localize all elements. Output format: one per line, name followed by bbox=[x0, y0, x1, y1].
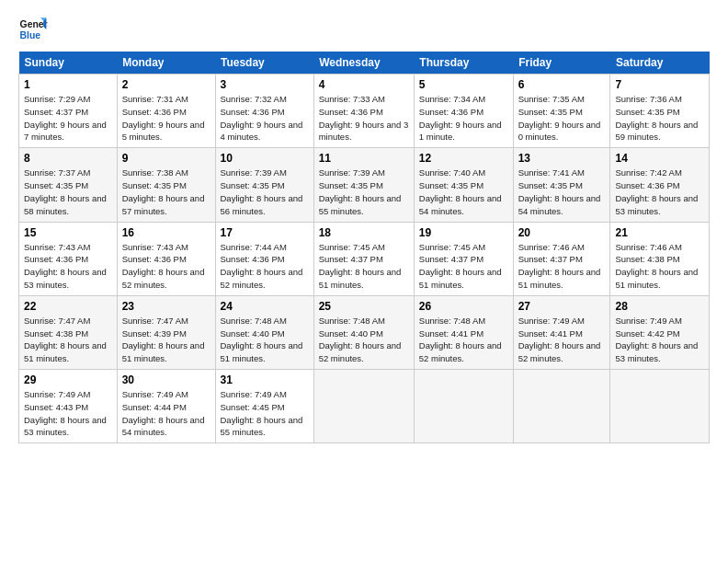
column-header-wednesday: Wednesday bbox=[313, 52, 414, 75]
calendar-header-row: SundayMondayTuesdayWednesdayThursdayFrid… bbox=[19, 52, 710, 75]
empty-cell bbox=[414, 370, 513, 443]
day-cell-7: 7Sunrise: 7:36 AMSunset: 4:35 PMDaylight… bbox=[610, 75, 710, 148]
day-info: Sunrise: 7:43 AMSunset: 4:36 PMDaylight:… bbox=[24, 242, 107, 290]
day-info: Sunrise: 7:48 AMSunset: 4:41 PMDaylight:… bbox=[419, 316, 502, 363]
day-number: 8 bbox=[24, 152, 112, 165]
day-number: 22 bbox=[24, 300, 112, 313]
calendar-table: SundayMondayTuesdayWednesdayThursdayFrid… bbox=[18, 52, 710, 443]
day-cell-8: 8Sunrise: 7:37 AMSunset: 4:35 PMDaylight… bbox=[19, 148, 118, 222]
day-cell-2: 2Sunrise: 7:31 AMSunset: 4:36 PMDaylight… bbox=[117, 75, 215, 148]
day-cell-24: 24Sunrise: 7:48 AMSunset: 4:40 PMDayligh… bbox=[215, 295, 313, 369]
day-cell-19: 19Sunrise: 7:45 AMSunset: 4:37 PMDayligh… bbox=[414, 222, 513, 295]
column-header-monday: Monday bbox=[117, 52, 215, 75]
day-cell-4: 4Sunrise: 7:33 AMSunset: 4:36 PMDaylight… bbox=[313, 75, 414, 148]
day-number: 21 bbox=[615, 226, 704, 239]
day-info: Sunrise: 7:49 AMSunset: 4:45 PMDaylight:… bbox=[221, 389, 303, 437]
day-info: Sunrise: 7:49 AMSunset: 4:41 PMDaylight:… bbox=[518, 316, 601, 363]
column-header-saturday: Saturday bbox=[610, 52, 710, 75]
day-cell-16: 16Sunrise: 7:43 AMSunset: 4:36 PMDayligh… bbox=[117, 222, 215, 295]
day-cell-28: 28Sunrise: 7:49 AMSunset: 4:42 PMDayligh… bbox=[610, 295, 710, 369]
svg-text:Blue: Blue bbox=[20, 30, 41, 40]
day-info: Sunrise: 7:31 AMSunset: 4:36 PMDaylight:… bbox=[122, 94, 205, 142]
day-cell-11: 11Sunrise: 7:39 AMSunset: 4:35 PMDayligh… bbox=[313, 148, 414, 222]
column-header-sunday: Sunday bbox=[19, 52, 118, 75]
day-info: Sunrise: 7:37 AMSunset: 4:35 PMDaylight:… bbox=[24, 167, 107, 215]
day-number: 5 bbox=[419, 78, 508, 91]
day-number: 16 bbox=[122, 226, 210, 239]
logo: General Blue bbox=[18, 15, 51, 44]
day-cell-20: 20Sunrise: 7:46 AMSunset: 4:37 PMDayligh… bbox=[513, 222, 610, 295]
empty-cell bbox=[513, 370, 610, 443]
day-cell-21: 21Sunrise: 7:46 AMSunset: 4:38 PMDayligh… bbox=[610, 222, 710, 295]
day-number: 12 bbox=[419, 152, 508, 165]
empty-cell bbox=[313, 370, 414, 443]
calendar-week-3: 15Sunrise: 7:43 AMSunset: 4:36 PMDayligh… bbox=[19, 222, 710, 295]
day-info: Sunrise: 7:29 AMSunset: 4:37 PMDaylight:… bbox=[24, 94, 107, 142]
day-number: 14 bbox=[615, 152, 704, 165]
day-number: 29 bbox=[24, 373, 112, 386]
day-info: Sunrise: 7:39 AMSunset: 4:35 PMDaylight:… bbox=[319, 167, 402, 215]
day-cell-30: 30Sunrise: 7:49 AMSunset: 4:44 PMDayligh… bbox=[117, 370, 215, 443]
calendar-week-1: 1Sunrise: 7:29 AMSunset: 4:37 PMDaylight… bbox=[19, 75, 710, 148]
day-cell-5: 5Sunrise: 7:34 AMSunset: 4:36 PMDaylight… bbox=[414, 75, 513, 148]
day-cell-26: 26Sunrise: 7:48 AMSunset: 4:41 PMDayligh… bbox=[414, 295, 513, 369]
day-cell-12: 12Sunrise: 7:40 AMSunset: 4:35 PMDayligh… bbox=[414, 148, 513, 222]
day-info: Sunrise: 7:47 AMSunset: 4:38 PMDaylight:… bbox=[24, 316, 107, 363]
day-cell-22: 22Sunrise: 7:47 AMSunset: 4:38 PMDayligh… bbox=[19, 295, 118, 369]
day-info: Sunrise: 7:43 AMSunset: 4:36 PMDaylight:… bbox=[122, 242, 205, 290]
calendar-week-2: 8Sunrise: 7:37 AMSunset: 4:35 PMDaylight… bbox=[19, 148, 710, 222]
day-number: 17 bbox=[221, 226, 309, 239]
day-cell-3: 3Sunrise: 7:32 AMSunset: 4:36 PMDaylight… bbox=[215, 75, 313, 148]
day-info: Sunrise: 7:33 AMSunset: 4:36 PMDaylight:… bbox=[319, 94, 409, 142]
day-cell-25: 25Sunrise: 7:48 AMSunset: 4:40 PMDayligh… bbox=[313, 295, 414, 369]
day-number: 20 bbox=[518, 226, 606, 239]
day-info: Sunrise: 7:40 AMSunset: 4:35 PMDaylight:… bbox=[419, 167, 502, 215]
day-cell-27: 27Sunrise: 7:49 AMSunset: 4:41 PMDayligh… bbox=[513, 295, 610, 369]
day-info: Sunrise: 7:46 AMSunset: 4:38 PMDaylight:… bbox=[615, 242, 698, 290]
day-info: Sunrise: 7:35 AMSunset: 4:35 PMDaylight:… bbox=[518, 94, 601, 142]
day-cell-10: 10Sunrise: 7:39 AMSunset: 4:35 PMDayligh… bbox=[215, 148, 313, 222]
day-info: Sunrise: 7:45 AMSunset: 4:37 PMDaylight:… bbox=[319, 242, 402, 290]
day-cell-31: 31Sunrise: 7:49 AMSunset: 4:45 PMDayligh… bbox=[215, 370, 313, 443]
day-number: 4 bbox=[319, 78, 409, 91]
day-info: Sunrise: 7:45 AMSunset: 4:37 PMDaylight:… bbox=[419, 242, 502, 290]
logo-icon: General Blue bbox=[18, 15, 48, 44]
day-cell-6: 6Sunrise: 7:35 AMSunset: 4:35 PMDaylight… bbox=[513, 75, 610, 148]
day-number: 1 bbox=[24, 78, 112, 91]
day-info: Sunrise: 7:48 AMSunset: 4:40 PMDaylight:… bbox=[221, 316, 303, 363]
day-number: 15 bbox=[24, 226, 112, 239]
day-number: 11 bbox=[319, 152, 409, 165]
day-number: 28 bbox=[615, 300, 704, 313]
calendar-week-4: 22Sunrise: 7:47 AMSunset: 4:38 PMDayligh… bbox=[19, 295, 710, 369]
day-number: 9 bbox=[122, 152, 210, 165]
day-info: Sunrise: 7:39 AMSunset: 4:35 PMDaylight:… bbox=[221, 167, 303, 215]
day-number: 25 bbox=[319, 300, 409, 313]
calendar-week-5: 29Sunrise: 7:49 AMSunset: 4:43 PMDayligh… bbox=[19, 370, 710, 443]
day-cell-1: 1Sunrise: 7:29 AMSunset: 4:37 PMDaylight… bbox=[19, 75, 118, 148]
day-cell-29: 29Sunrise: 7:49 AMSunset: 4:43 PMDayligh… bbox=[19, 370, 118, 443]
day-number: 27 bbox=[518, 300, 606, 313]
day-info: Sunrise: 7:36 AMSunset: 4:35 PMDaylight:… bbox=[615, 94, 698, 142]
day-number: 30 bbox=[122, 373, 210, 386]
day-info: Sunrise: 7:49 AMSunset: 4:44 PMDaylight:… bbox=[122, 389, 205, 437]
day-cell-17: 17Sunrise: 7:44 AMSunset: 4:36 PMDayligh… bbox=[215, 222, 313, 295]
column-header-tuesday: Tuesday bbox=[215, 52, 313, 75]
day-number: 6 bbox=[518, 78, 606, 91]
day-cell-18: 18Sunrise: 7:45 AMSunset: 4:37 PMDayligh… bbox=[313, 222, 414, 295]
day-number: 31 bbox=[221, 373, 309, 386]
day-cell-14: 14Sunrise: 7:42 AMSunset: 4:36 PMDayligh… bbox=[610, 148, 710, 222]
day-info: Sunrise: 7:46 AMSunset: 4:37 PMDaylight:… bbox=[518, 242, 601, 290]
day-info: Sunrise: 7:42 AMSunset: 4:36 PMDaylight:… bbox=[615, 167, 698, 215]
day-number: 13 bbox=[518, 152, 606, 165]
day-number: 3 bbox=[221, 78, 309, 91]
page: General Blue SundayMondayTuesdayWednesda… bbox=[0, 0, 728, 563]
empty-cell bbox=[610, 370, 710, 443]
day-number: 24 bbox=[221, 300, 309, 313]
day-info: Sunrise: 7:34 AMSunset: 4:36 PMDaylight:… bbox=[419, 94, 502, 142]
day-cell-15: 15Sunrise: 7:43 AMSunset: 4:36 PMDayligh… bbox=[19, 222, 118, 295]
day-number: 10 bbox=[221, 152, 309, 165]
day-info: Sunrise: 7:48 AMSunset: 4:40 PMDaylight:… bbox=[319, 316, 402, 363]
day-number: 26 bbox=[419, 300, 508, 313]
day-cell-23: 23Sunrise: 7:47 AMSunset: 4:39 PMDayligh… bbox=[117, 295, 215, 369]
day-cell-13: 13Sunrise: 7:41 AMSunset: 4:35 PMDayligh… bbox=[513, 148, 610, 222]
